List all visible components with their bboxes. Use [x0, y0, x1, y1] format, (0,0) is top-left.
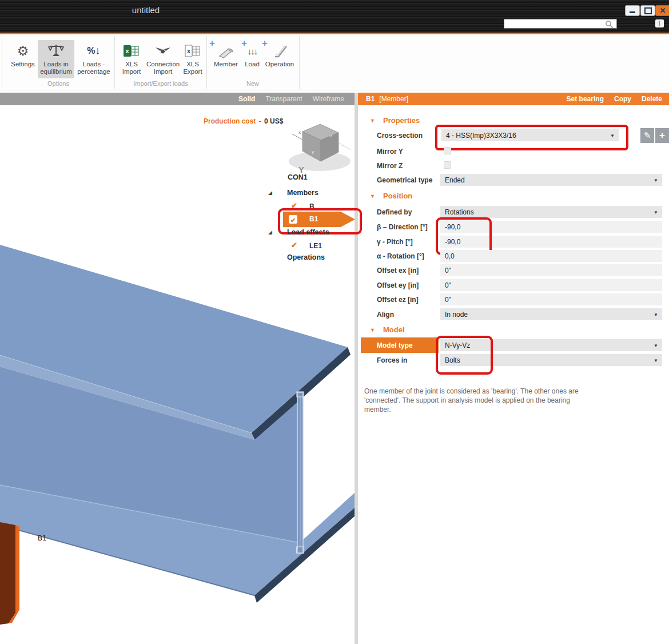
xls-export-button[interactable]: x XLS Export [180, 41, 205, 75]
offset-ex-label: Offset ex [in] [377, 267, 419, 275]
panel-splitter[interactable] [355, 93, 358, 644]
ribbon-divider [206, 36, 207, 89]
plus-icon: + [262, 38, 268, 49]
align-select[interactable]: In node ▼ [440, 308, 662, 320]
svg-text:x: x [187, 47, 191, 54]
svg-text:x: x [125, 47, 129, 54]
section-model[interactable]: Model [383, 325, 405, 334]
mirror-z-checkbox[interactable] [444, 161, 451, 169]
beta-direction-label: β – Direction [°] [377, 223, 428, 231]
balance-scale-icon [48, 43, 64, 59]
panel-member-id: B1 [366, 95, 375, 103]
annotation-box-model [436, 336, 493, 375]
ribbon-group-label: Options [23, 80, 94, 87]
chevron-down-icon: ▼ [654, 358, 658, 363]
panel-member-type: [Member] [379, 95, 408, 103]
cross-section-label: Cross-section [377, 132, 423, 140]
maximize-icon [644, 7, 652, 14]
selected-member-b1[interactable] [0, 522, 19, 625]
add-member-icon [217, 43, 234, 58]
align-label: Align [377, 311, 394, 319]
offset-ez-label: Offset ez [in] [377, 296, 419, 304]
chevron-down-icon: ▼ [654, 343, 658, 348]
section-properties[interactable]: Properties [383, 116, 420, 125]
xls-import-button[interactable]: x XLS Import [117, 41, 146, 75]
ribbon-group-label: New [217, 80, 288, 87]
alpha-rotation-field[interactable]: 0,0 [440, 250, 662, 262]
model-type-label: Model type [377, 341, 413, 349]
new-member-button[interactable]: + Member [210, 41, 241, 68]
offset-ex-field[interactable]: 0" [440, 264, 662, 276]
window-title: untitled [114, 5, 177, 15]
delete-button[interactable]: Delete [642, 95, 662, 103]
tree-expand-icon[interactable]: ◢ [268, 190, 272, 196]
section-collapse-icon[interactable]: ▼ [370, 327, 375, 333]
mirror-y-label: Mirror Y [377, 148, 403, 156]
maximize-button[interactable] [640, 5, 655, 16]
pencil-icon: ✎ [644, 130, 651, 141]
ribbon-divider [299, 36, 300, 89]
plus-icon: + [241, 38, 247, 49]
section-position[interactable]: Position [383, 192, 412, 200]
connection-import-icon [154, 44, 172, 58]
annotation-box-cross-section [435, 125, 628, 150]
gear-icon: ⚙ [17, 43, 29, 59]
alpha-rotation-value: 0,0 [445, 252, 455, 260]
align-value: In node [445, 311, 468, 319]
svg-text:z: z [330, 133, 332, 138]
loads-percentage-button[interactable]: % ↓ Loads - percentage [75, 41, 112, 75]
offset-ez-value: 0" [445, 296, 451, 304]
info-button[interactable]: i [655, 19, 664, 27]
beam-3d-label: B1 [38, 534, 47, 542]
add-operation-icon [272, 43, 288, 58]
minimize-button[interactable] [625, 5, 640, 16]
mirror-y-checkbox[interactable] [444, 147, 451, 154]
tree-section-members[interactable]: Members [287, 189, 318, 197]
alpha-rotation-label: α - Rotation [°] [377, 252, 424, 260]
geometrical-type-value: Ended [445, 176, 465, 184]
percent-down-icon: % ↓ [75, 41, 112, 61]
offset-ey-label: Offset ey [in] [377, 281, 419, 289]
section-collapse-icon[interactable]: ▼ [370, 118, 375, 124]
close-button[interactable]: ✕ [655, 5, 669, 16]
bearing-note: One member of the joint is considered as… [364, 387, 591, 414]
navigation-cube[interactable]: y z x Y [285, 118, 355, 177]
plus-icon: + [659, 130, 665, 141]
edit-cross-section-button[interactable]: ✎ [640, 128, 654, 143]
search-input[interactable] [504, 19, 617, 29]
add-load-icon: + ↓↓↓ [242, 41, 262, 61]
connection-import-button[interactable]: Connection Import [146, 41, 180, 75]
add-cross-section-button[interactable]: + [655, 128, 669, 143]
close-icon: ✕ [660, 6, 666, 15]
loads-in-equilibrium-button[interactable]: Loads in equilibrium [39, 41, 73, 75]
copy-button[interactable]: Copy [614, 95, 631, 103]
production-cost-label: Production cost [204, 117, 256, 125]
tree-section-load-effects[interactable]: Load effects [287, 228, 329, 236]
offset-ez-field[interactable]: 0" [440, 293, 662, 305]
production-cost: Production cost - 0 US$ [204, 117, 283, 125]
defined-by-select[interactable]: Rotations ▼ [440, 206, 662, 218]
excel-export-icon: x [184, 43, 201, 58]
hss-member-edge [297, 392, 304, 553]
tree-expand-icon[interactable]: ◢ [268, 229, 272, 235]
mirror-z-label: Mirror Z [377, 162, 403, 170]
tree-item-le1[interactable]: LE1 [309, 242, 322, 250]
set-bearing-button[interactable]: Set bearing [567, 95, 604, 103]
checkmark-icon[interactable]: ✔ [291, 241, 297, 249]
offset-ey-field[interactable]: 0" [440, 279, 662, 291]
new-load-button[interactable]: + ↓↓↓ Load [242, 41, 262, 68]
tree-root-con1[interactable]: CON1 [288, 173, 308, 181]
chevron-down-icon: ▼ [654, 178, 658, 183]
settings-button[interactable]: ⚙ Settings [7, 41, 39, 68]
defined-by-value: Rotations [445, 208, 474, 216]
minimize-icon [630, 11, 635, 13]
geometrical-type-select[interactable]: Ended ▼ [440, 174, 662, 186]
section-collapse-icon[interactable]: ▼ [370, 193, 375, 199]
tree-section-operations[interactable]: Operations [287, 253, 325, 261]
new-operation-button[interactable]: + Operation [263, 41, 296, 68]
ribbon-group-label: Import/Export loads [125, 80, 196, 87]
search-icon [605, 20, 614, 29]
production-cost-value: 0 US$ [264, 117, 283, 125]
svg-text:y: y [312, 149, 314, 154]
excel-import-icon: x [123, 43, 140, 58]
